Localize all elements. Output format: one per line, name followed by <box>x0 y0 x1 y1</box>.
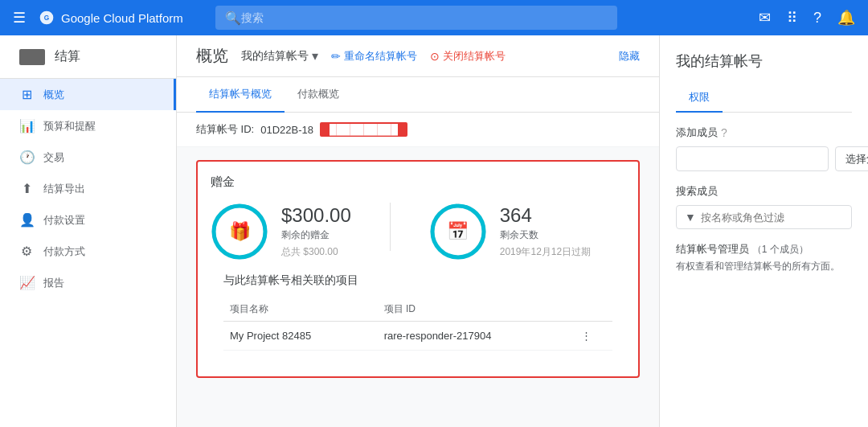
more-options-icon[interactable]: ⋮ <box>581 330 592 342</box>
account-id-label: 结算帐号 ID: <box>196 122 254 137</box>
main-layout: 结算 ⊞ 概览 📊 预算和提醒 🕐 交易 ⬆ 结算导出 👤 付款设置 ⚙ 付款方… <box>0 35 868 427</box>
notification-icon[interactable]: 🔔 <box>837 9 855 27</box>
svg-text:G: G <box>44 14 49 22</box>
account-name-dropdown[interactable]: 我的结算帐号 ▾ <box>241 48 318 64</box>
sidebar-item-overview[interactable]: ⊞ 概览 <box>0 79 176 110</box>
sidebar-label-payment-settings: 付款设置 <box>43 213 85 228</box>
col-project-id: 项目 ID <box>378 298 575 322</box>
dots-icon[interactable]: ⠿ <box>787 9 797 27</box>
calendar-icon: 📅 <box>447 221 469 242</box>
close-account-button[interactable]: ⊙ 关闭结算帐号 <box>430 49 506 64</box>
sidebar-item-budget[interactable]: 📊 预算和提醒 <box>0 110 176 142</box>
amount-info: $300.00 剩余的赠金 总共 $300.00 <box>281 204 351 259</box>
add-member-row: 选择角色 <box>676 146 852 171</box>
gift-icon: 🎁 <box>229 221 251 242</box>
dropdown-arrow-icon: ▾ <box>312 48 318 64</box>
rename-label: 重命名结算帐号 <box>344 49 417 64</box>
sidebar-label-overview: 概览 <box>43 88 64 102</box>
grant-days-card: 📅 364 剩余天数 2019年12月12日过期 <box>429 203 591 261</box>
sidebar-item-transactions[interactable]: 🕐 交易 <box>0 142 176 173</box>
sidebar-label-transactions: 交易 <box>43 150 64 165</box>
tab-account-overview[interactable]: 结算帐号概览 <box>196 77 285 113</box>
project-id: rare-responder-217904 <box>378 322 575 351</box>
add-member-section: 添加成员 ? 选择角色 <box>676 125 852 171</box>
grant-days-value: 364 <box>500 204 591 227</box>
role-select[interactable]: 选择角色 <box>835 146 868 171</box>
page-tabs: 结算帐号概览 付款概览 <box>177 77 659 113</box>
search-members-section: 搜索成员 ▼ <box>676 184 852 229</box>
sidebar-title: 结算 <box>55 48 80 65</box>
sidebar-label-payment-methods: 付款方式 <box>43 244 85 259</box>
mail-icon[interactable]: ✉ <box>759 9 771 27</box>
reports-icon: 📈 <box>19 275 34 290</box>
search-icon: 🔍 <box>225 10 241 26</box>
nav-icons: ✉ ⠿ ? 🔔 <box>759 9 855 27</box>
add-member-label: 添加成员 ? <box>676 125 852 140</box>
sidebar-item-reports[interactable]: 📈 报告 <box>0 267 176 298</box>
grant-amount-card: 🎁 $300.00 剩余的赠金 总共 $300.00 <box>211 203 351 261</box>
days-info: 364 剩余天数 2019年12月12日过期 <box>500 204 591 259</box>
billing-icon <box>19 49 45 65</box>
search-input[interactable] <box>241 11 608 24</box>
table-row: My Project 82485 rare-responder-217904 ⋮ <box>223 322 612 351</box>
sidebar-label-budget: 预算和提醒 <box>43 119 96 133</box>
main-content: 概览 我的结算帐号 ▾ ✏ 重命名结算帐号 ⊙ 关闭结算帐号 隐藏 结算帐 <box>177 35 659 427</box>
tab-permissions[interactable]: 权限 <box>676 84 723 113</box>
search-members-row[interactable]: ▼ <box>676 205 852 229</box>
project-name: My Project 82485 <box>223 322 378 351</box>
grant-days-expiry: 2019年12月12日过期 <box>500 245 591 259</box>
right-panel: 我的结算帐号 权限 添加成员 ? 选择角色 <box>659 35 868 427</box>
menu-icon[interactable]: ☰ <box>13 9 26 27</box>
sidebar: 结算 ⊞ 概览 📊 预算和提醒 🕐 交易 ⬆ 结算导出 👤 付款设置 ⚙ 付款方… <box>0 35 177 427</box>
help-icon[interactable]: ? <box>813 10 821 27</box>
grant-amount-total: 总共 $300.00 <box>281 245 351 259</box>
grant-divider <box>390 203 391 251</box>
gcp-logo-icon: G <box>39 10 55 26</box>
grant-days-label: 剩余天数 <box>500 228 591 242</box>
sidebar-item-export[interactable]: ⬆ 结算导出 <box>0 173 176 204</box>
logo-text: Google Cloud Platform <box>61 11 183 25</box>
sidebar-item-payment-settings[interactable]: 👤 付款设置 <box>0 204 176 236</box>
col-project-name: 项目名称 <box>223 298 378 322</box>
search-bar[interactable]: 🔍 <box>215 6 617 30</box>
grant-box: 赠金 🎁 $300.00 剩余的赠金 <box>196 160 640 378</box>
add-member-input[interactable] <box>676 146 829 171</box>
grant-cards: 🎁 $300.00 剩余的赠金 总共 $300.00 <box>211 203 625 261</box>
account-name-text: 我的结算帐号 <box>241 49 309 64</box>
close-label: 关闭结算帐号 <box>443 49 506 64</box>
top-bar: ☰ G Google Cloud Platform 🔍 ✉ ⠿ ? 🔔 <box>0 0 868 35</box>
filter-icon: ▼ <box>685 211 696 224</box>
hide-button[interactable]: 隐藏 <box>619 49 640 64</box>
sidebar-label-reports: 报告 <box>43 276 64 290</box>
member-count: （1 个成员） <box>752 244 809 255</box>
right-panel-title: 我的结算帐号 <box>676 51 852 71</box>
tab-payment-overview[interactable]: 付款概览 <box>285 77 352 113</box>
projects-section: 与此结算帐号相关联的项目 项目名称 项目 ID My Project 82485 <box>211 273 625 363</box>
right-panel-tabs: 权限 <box>676 84 852 113</box>
member-group-description: 有权查看和管理结算帐号的所有方面。 <box>676 260 852 273</box>
member-group: 结算帐号管理员 （1 个成员） 有权查看和管理结算帐号的所有方面。 <box>676 242 852 273</box>
account-id-masked: ██████████ <box>320 122 407 137</box>
projects-table: 项目名称 项目 ID My Project 82485 rare-respond… <box>223 298 612 351</box>
sidebar-label-export: 结算导出 <box>43 182 85 196</box>
amount-circle: 🎁 <box>211 203 268 261</box>
grant-amount-value: $300.00 <box>281 204 351 227</box>
export-icon: ⬆ <box>19 181 34 196</box>
sidebar-item-payment-methods[interactable]: ⚙ 付款方式 <box>0 236 176 267</box>
payment-methods-icon: ⚙ <box>19 244 34 259</box>
page-header: 概览 我的结算帐号 ▾ ✏ 重命名结算帐号 ⊙ 关闭结算帐号 隐藏 <box>177 35 659 77</box>
search-members-input[interactable] <box>701 211 843 224</box>
content-area: 概览 我的结算帐号 ▾ ✏ 重命名结算帐号 ⊙ 关闭结算帐号 隐藏 结算帐 <box>177 35 868 427</box>
add-member-help-icon[interactable]: ? <box>721 126 727 139</box>
member-group-title: 结算帐号管理员 （1 个成员） <box>676 242 852 257</box>
search-members-label: 搜索成员 <box>676 184 852 199</box>
overview-icon: ⊞ <box>19 87 34 102</box>
rename-account-button[interactable]: ✏ 重命名结算帐号 <box>331 49 417 64</box>
grant-title: 赠金 <box>211 174 625 190</box>
payment-settings-icon: 👤 <box>19 212 34 228</box>
close-circle-icon: ⊙ <box>430 50 440 63</box>
days-circle: 📅 <box>429 203 487 261</box>
grant-amount-label: 剩余的赠金 <box>281 228 351 242</box>
page-title: 概览 <box>196 45 228 67</box>
transactions-icon: 🕐 <box>19 150 34 165</box>
